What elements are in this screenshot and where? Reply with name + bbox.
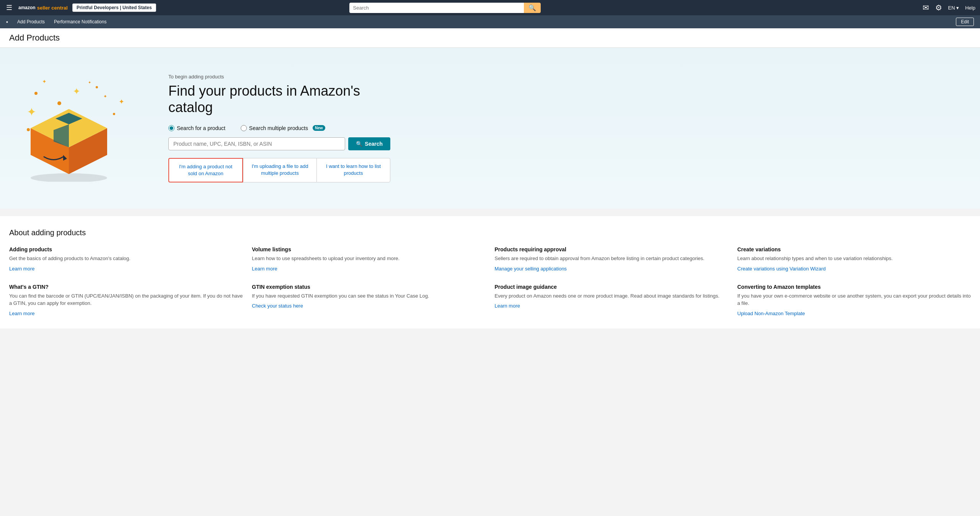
product-search-button[interactable]: 🔍 Search [348,137,390,150]
about-item-converting-templates-title: Converting to Amazon templates [737,284,971,290]
hero-form: To begin adding products Find your produ… [145,66,413,190]
nav-right-icons: ✉ ⚙ EN ▾ Help [923,3,975,12]
search-icon: 🔍 [356,141,362,147]
about-item-approval-title: Products requiring approval [495,246,728,252]
not-on-amazon-link[interactable]: I'm adding a product not sold on Amazon [168,158,243,182]
amazon-box-illustration [23,98,115,182]
radio-single-label: Search for a product [177,125,225,131]
dot-decoration-4 [96,86,98,88]
sidebar-item-performance-notifications[interactable]: Performance Notifications [54,19,106,24]
hero-section: ✦ ✦ ✦ ✦ ✦ ✦ [0,48,980,208]
search-type-radio-group: Search for a product Search multiple pro… [168,125,390,131]
page-title: Add Products [9,33,971,43]
top-search-input[interactable] [349,3,524,13]
about-item-gtin-exemption-title: GTIN exemption status [252,284,485,290]
radio-multiple-input[interactable] [241,125,247,131]
sparkle-icon-5: ✦ [119,98,124,106]
sparkle-icon-6: ✦ [88,80,91,85]
hero-subtitle: To begin adding products [168,74,390,80]
settings-icon[interactable]: ⚙ [935,3,942,12]
about-item-variations: Create variations Learn about relationsh… [737,246,971,272]
about-item-gtin-title: What's a GTIN? [9,284,243,290]
about-item-adding-products-link[interactable]: Learn more [9,266,34,272]
amazon-wordmark: amazon [18,5,36,10]
about-item-image-guidance-title: Product image guidance [495,284,728,290]
about-item-gtin-exemption-desc: If you have requested GTIN exemption you… [252,292,485,300]
language-selector[interactable]: EN ▾ [948,5,959,11]
about-item-variations-desc: Learn about relationship types and when … [737,255,971,262]
about-item-adding-products-desc: Get the basics of adding products to Ama… [9,255,243,262]
hero-illustration: ✦ ✦ ✦ ✦ ✦ ✦ [0,75,145,182]
about-section: About adding products Adding products Ge… [0,216,980,329]
dot-decoration-1 [34,92,38,95]
hamburger-menu-icon[interactable]: ☰ [5,2,14,13]
mail-icon[interactable]: ✉ [923,3,929,12]
sidebar-item-add-products[interactable]: Add Products [17,19,45,24]
new-badge: New [313,125,325,131]
edit-button[interactable]: Edit [956,18,974,26]
about-grid: Adding products Get the basics of adding… [9,246,971,316]
learn-list-link[interactable]: I want to learn how to list products [316,158,390,182]
about-item-adding-products-title: Adding products [9,246,243,252]
product-search-input[interactable] [168,137,345,150]
about-item-gtin-link[interactable]: Learn more [9,311,34,316]
radio-search-multiple[interactable]: Search multiple products New [241,125,325,131]
hero-title: Find your products in Amazon's catalog [168,83,390,116]
brand-logo[interactable]: amazon seller central [18,5,68,11]
about-item-gtin-exemption: GTIN exemption status If you have reques… [252,284,485,316]
about-item-variations-link[interactable]: Create variations using Variation Wizard [737,266,826,272]
about-item-converting-templates-desc: If you have your own e-commerce website … [737,292,971,307]
about-item-approval-link[interactable]: Manage your selling applications [495,266,567,272]
about-item-volume-listings-title: Volume listings [252,246,485,252]
about-section-title: About adding products [9,228,971,237]
about-item-variations-title: Create variations [737,246,971,252]
radio-single-input[interactable] [168,125,174,131]
quick-links-row: I'm adding a product not sold on Amazon … [168,158,390,182]
top-navigation: ☰ amazon seller central Printful Develop… [0,0,980,15]
about-item-volume-listings-link[interactable]: Learn more [252,266,277,272]
about-item-gtin-desc: You can find the barcode or GTIN (UPC/EA… [9,292,243,307]
radio-search-single[interactable]: Search for a product [168,125,225,131]
radio-multiple-label: Search multiple products [249,125,308,131]
sparkle-icon-1: ✦ [42,78,47,85]
secondary-navigation: ▪ Add Products Performance Notifications… [0,15,980,28]
pin-icon: ▪ [6,19,8,25]
seller-central-label: seller central [37,5,68,11]
about-item-gtin-exemption-link[interactable]: Check your status here [252,303,303,309]
about-item-adding-products: Adding products Get the basics of adding… [9,246,243,272]
about-item-converting-templates-link[interactable]: Upload Non-Amazon Template [737,311,805,316]
account-badge[interactable]: Printful Developers | United States [72,3,156,12]
search-btn-label: Search [365,141,383,147]
upload-file-link[interactable]: I'm uploading a file to add multiple pro… [243,158,316,182]
about-item-image-guidance-link[interactable]: Learn more [495,303,520,309]
about-item-volume-listings: Volume listings Learn how to use spreads… [252,246,485,272]
about-item-volume-listings-desc: Learn how to use spreadsheets to upload … [252,255,485,262]
svg-point-0 [31,173,107,182]
about-item-approval: Products requiring approval Sellers are … [495,246,728,272]
help-link[interactable]: Help [965,5,975,11]
about-item-gtin: What's a GTIN? You can find the barcode … [9,284,243,316]
top-search-button[interactable]: 🔍 [524,3,541,13]
sparkle-icon-2: ✦ [73,86,80,97]
about-item-approval-desc: Sellers are required to obtain approval … [495,255,728,262]
product-search-row: 🔍 Search [168,137,390,150]
top-search-container: 🔍 [349,3,541,13]
page-title-bar: Add Products [0,28,980,48]
about-item-image-guidance: Product image guidance Every product on … [495,284,728,316]
about-item-image-guidance-desc: Every product on Amazon needs one or mor… [495,292,728,300]
about-item-converting-templates: Converting to Amazon templates If you ha… [737,284,971,316]
